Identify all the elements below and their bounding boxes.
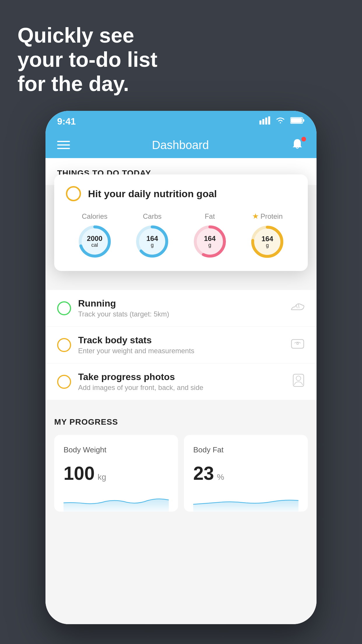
battery-icon bbox=[290, 117, 305, 126]
progress-photos-check-circle[interactable] bbox=[57, 375, 71, 389]
shoe-icon bbox=[290, 301, 305, 316]
running-desc: Track your stats (target: 5km) bbox=[78, 310, 283, 318]
phone-content: THINGS TO DO TODAY Hit your daily nutrit… bbox=[45, 158, 317, 624]
todo-check-circle[interactable] bbox=[66, 186, 81, 201]
body-fat-title: Body Fat bbox=[193, 445, 298, 454]
status-bar: 9:41 bbox=[45, 111, 317, 132]
nav-title: Dashboard bbox=[152, 139, 209, 152]
person-icon bbox=[292, 373, 305, 391]
todo-progress-photos[interactable]: Take progress photos Add images of your … bbox=[45, 363, 317, 400]
calories-label: Calories bbox=[82, 212, 108, 220]
body-fat-card[interactable]: Body Fat 23 % bbox=[184, 435, 308, 512]
body-weight-chart bbox=[64, 491, 169, 512]
star-icon: ★ bbox=[252, 212, 259, 221]
protein-stat: ★ Protein 164 g bbox=[250, 212, 285, 259]
body-stats-text: Track body stats Enter your weight and m… bbox=[78, 335, 283, 355]
protein-label: ★ Protein bbox=[252, 212, 283, 221]
running-check-circle[interactable] bbox=[57, 301, 71, 315]
todo-list: Running Track your stats (target: 5km) T… bbox=[45, 290, 317, 400]
body-weight-card[interactable]: Body Weight 100 kg bbox=[54, 435, 178, 512]
my-progress-section: MY PROGRESS Body Weight 100 kg bbox=[45, 406, 317, 512]
body-weight-number: 100 bbox=[64, 463, 95, 484]
carbs-ring: 164 g bbox=[135, 224, 170, 259]
progress-photos-desc: Add images of your front, back, and side bbox=[78, 384, 285, 392]
calories-stat: Calories 2000 cal bbox=[77, 212, 112, 259]
progress-photos-name: Take progress photos bbox=[78, 372, 285, 382]
svg-rect-2 bbox=[265, 118, 267, 125]
fat-ring: 164 g bbox=[192, 224, 227, 259]
nutrition-card: Hit your daily nutrition goal Calories 2… bbox=[54, 174, 308, 271]
signal-icon bbox=[259, 116, 270, 127]
body-stats-check-circle[interactable] bbox=[57, 338, 71, 352]
svg-rect-3 bbox=[268, 116, 270, 125]
bell-icon[interactable] bbox=[291, 138, 305, 152]
running-name: Running bbox=[78, 298, 283, 309]
running-text: Running Track your stats (target: 5km) bbox=[78, 298, 283, 318]
fat-label: Fat bbox=[205, 212, 215, 220]
my-progress-title: MY PROGRESS bbox=[54, 417, 308, 427]
body-fat-value: 23 % bbox=[193, 463, 298, 484]
body-weight-value: 100 kg bbox=[64, 463, 169, 484]
hamburger-menu-icon[interactable] bbox=[57, 141, 70, 149]
calories-value: 2000 cal bbox=[87, 235, 102, 248]
todo-body-stats[interactable]: Track body stats Enter your weight and m… bbox=[45, 327, 317, 363]
carbs-stat: Carbs 164 g bbox=[135, 212, 170, 259]
calories-ring: 2000 cal bbox=[77, 224, 112, 259]
nutrition-card-header: Hit your daily nutrition goal bbox=[66, 186, 296, 201]
notification-dot bbox=[301, 137, 306, 141]
progress-cards: Body Weight 100 kg bbox=[54, 435, 308, 512]
svg-point-20 bbox=[297, 343, 298, 344]
phone-frame: 9:41 bbox=[45, 111, 317, 624]
status-icons bbox=[259, 116, 305, 127]
nutrition-stats: Calories 2000 cal bbox=[66, 212, 296, 259]
body-stats-desc: Enter your weight and measurements bbox=[78, 347, 283, 355]
wifi-icon bbox=[275, 116, 286, 127]
carbs-label: Carbs bbox=[143, 212, 161, 220]
svg-rect-6 bbox=[291, 118, 302, 123]
svg-rect-0 bbox=[259, 120, 261, 125]
nav-bar: Dashboard bbox=[45, 132, 317, 158]
fat-stat: Fat 164 g bbox=[192, 212, 227, 259]
headline: Quickly see your to-do list for the day. bbox=[17, 23, 157, 96]
body-weight-unit: kg bbox=[98, 473, 106, 482]
body-fat-chart bbox=[193, 491, 298, 512]
body-fat-unit: % bbox=[217, 473, 224, 482]
todo-running[interactable]: Running Track your stats (target: 5km) bbox=[45, 290, 317, 327]
fat-value: 164 g bbox=[204, 235, 216, 248]
protein-value: 164 g bbox=[261, 235, 273, 249]
body-weight-title: Body Weight bbox=[64, 445, 169, 454]
scale-icon bbox=[290, 337, 305, 353]
body-fat-number: 23 bbox=[193, 463, 214, 484]
body-stats-name: Track body stats bbox=[78, 335, 283, 346]
svg-point-22 bbox=[296, 376, 301, 381]
protein-ring: 164 g bbox=[250, 224, 285, 259]
progress-photos-text: Take progress photos Add images of your … bbox=[78, 372, 285, 392]
svg-rect-19 bbox=[291, 340, 304, 348]
svg-rect-5 bbox=[303, 119, 304, 122]
nutrition-card-title: Hit your daily nutrition goal bbox=[88, 188, 217, 200]
status-time: 9:41 bbox=[57, 116, 76, 127]
carbs-value: 164 g bbox=[146, 235, 158, 248]
svg-rect-1 bbox=[262, 119, 264, 125]
